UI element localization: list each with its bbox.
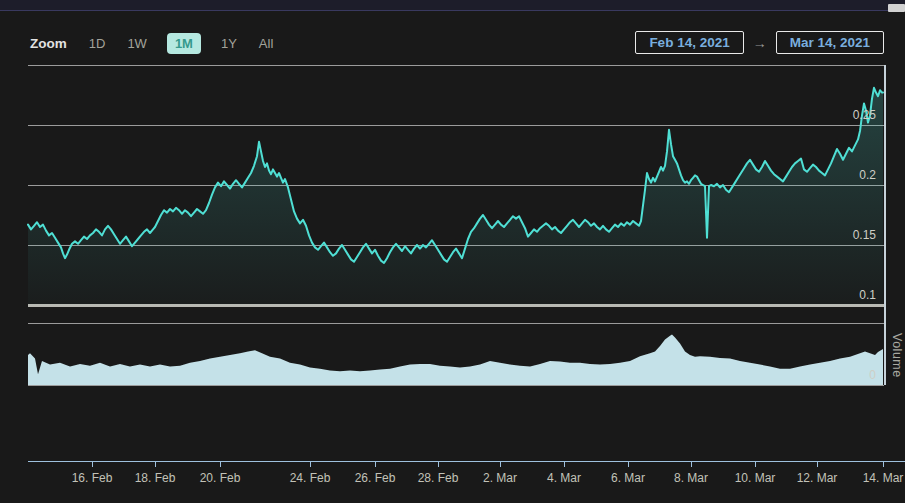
volume-axis-title: Volume (886, 320, 904, 390)
x-axis-tick-label: 16. Feb (62, 471, 122, 485)
price-area (28, 88, 883, 305)
price-axis-label: 0.25 (853, 108, 876, 122)
price-volume-chart[interactable] (0, 0, 905, 503)
price-axis-label: 0.1 (859, 288, 876, 302)
x-axis-tick-label: 26. Feb (345, 471, 405, 485)
price-axis-label: 0.15 (853, 228, 876, 242)
x-axis-tick-label: 6. Mar (598, 471, 658, 485)
x-axis-tick-label: 2. Mar (470, 471, 530, 485)
x-axis-tick-label: 12. Mar (787, 471, 847, 485)
volume-area (28, 335, 883, 385)
price-axis-label: 0.2 (859, 168, 876, 182)
x-axis-tick-label: 8. Mar (661, 471, 721, 485)
x-axis-tick-label: 4. Mar (534, 471, 594, 485)
x-axis-tick-label: 10. Mar (725, 471, 785, 485)
x-axis-tick-label: 24. Feb (280, 471, 340, 485)
x-axis-tick-label: 20. Feb (190, 471, 250, 485)
x-axis-tick-label: 28. Feb (408, 471, 468, 485)
stock-chart-screen: Zoom 1D 1W 1M 1Y All Feb 14, 2021 → Mar … (0, 0, 905, 503)
volume-zero-label: 0 (869, 368, 876, 382)
x-axis-tick-label: 18. Feb (125, 471, 185, 485)
x-axis-tick-label: 14. Mar (853, 471, 905, 485)
